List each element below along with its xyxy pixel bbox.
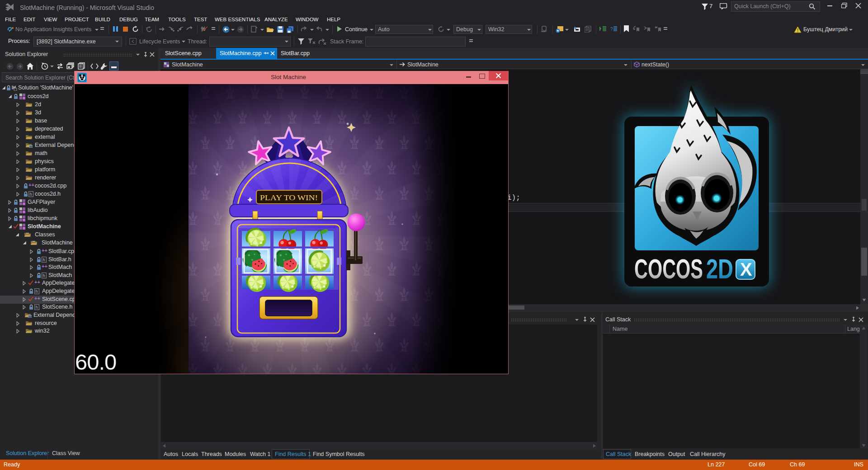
svg-text:PLAY TO WIN!: PLAY TO WIN! [260, 193, 318, 202]
svg-text:f: f [146, 27, 147, 30]
svg-text:2D: 2D [706, 253, 733, 284]
svg-text:h: h [43, 273, 45, 278]
svg-text:X: X [740, 259, 752, 279]
svg-text:h: h [43, 258, 45, 262]
svg-text:?: ? [610, 27, 613, 32]
svg-text:h: h [36, 305, 38, 310]
svg-text:COCOS: COCOS [634, 253, 703, 284]
svg-text:h: h [36, 289, 38, 294]
svg-text:!: ! [797, 28, 798, 33]
svg-text:h: h [30, 192, 32, 197]
